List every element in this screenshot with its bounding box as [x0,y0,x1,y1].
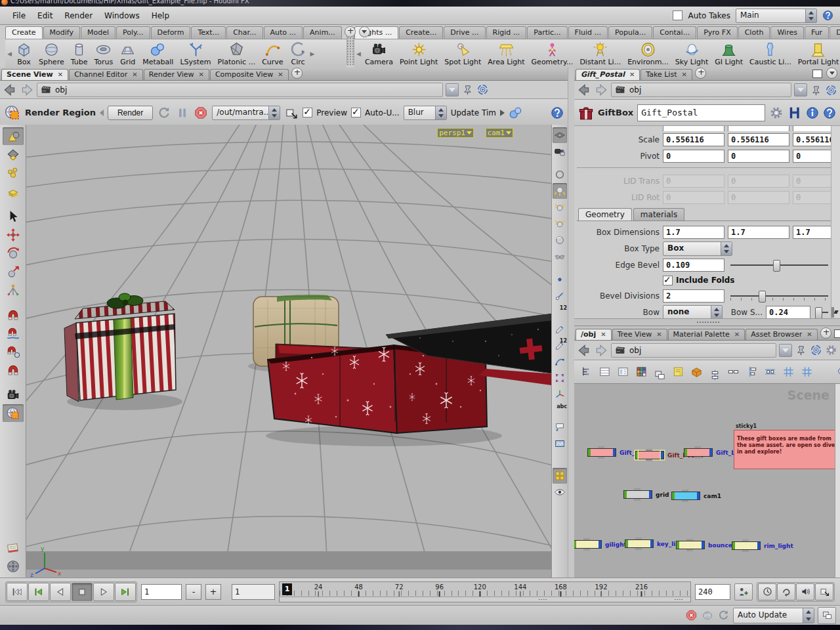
annotation-icon[interactable] [553,419,567,435]
tab-close-icon[interactable] [807,331,812,338]
node-body[interactable] [687,448,709,457]
pane-tab[interactable]: Tree View [612,329,667,340]
shelf-tab[interactable]: Poly... [116,26,150,39]
zoom-network-icon[interactable] [834,364,840,380]
shelf-tab[interactable]: Contai... [653,26,696,39]
color-palette-icon[interactable] [633,364,649,380]
shelf-tab[interactable]: Drive ... [444,26,485,39]
shelf-tool[interactable]: Point Light [396,41,441,66]
sticky-note-icon[interactable] [670,364,686,380]
shelf-tab[interactable]: Create... [399,26,443,39]
prim-hulls-icon[interactable] [553,354,567,369]
shelf-tool[interactable]: Sphere [35,41,68,66]
render-target-dropdown[interactable]: /out/mantra... [212,106,280,120]
interrupt-icon[interactable] [685,609,698,621]
persp-view-label[interactable]: persp1 [437,128,474,138]
memory-icon[interactable] [701,609,714,622]
shelf-tool[interactable]: Circ [287,41,310,66]
list-mode-icon[interactable] [597,364,612,380]
new-pane-tab-icon[interactable] [695,68,706,79]
point-normals-icon[interactable] [553,321,567,337]
audio-button[interactable] [796,583,814,600]
pane-tab[interactable]: Gift_Postal [576,69,640,80]
view-fit-icon[interactable] [553,370,567,386]
end-frame-field[interactable]: 240 [695,584,730,600]
node-output-flag[interactable] [709,448,713,457]
node-body[interactable] [639,451,661,459]
shelf-tab[interactable]: Wires [770,26,803,39]
auto-takes-checkbox[interactable] [673,10,682,20]
shelf-tab[interactable]: Model [81,26,116,39]
shelf-tab[interactable]: Cloth [738,26,770,39]
gear-icon[interactable] [769,106,784,120]
node-output-flag[interactable] [702,541,705,549]
visualizers-icon[interactable] [553,484,567,500]
box-dim-x-field[interactable]: 1.7 [663,226,724,239]
current-frame-field[interactable]: 1 [141,584,182,600]
snap-nodes-icon[interactable] [780,364,796,380]
current-frame-marker[interactable]: 1 [282,583,292,595]
forward-icon[interactable] [594,83,608,97]
menu-item[interactable]: Help [146,9,175,22]
shelf-tab[interactable]: Create [5,26,43,39]
help-icon[interactable] [823,106,836,119]
forward-icon[interactable] [20,83,34,97]
shelf-tab[interactable]: Fur [805,26,829,39]
snap-point-icon[interactable] [3,343,24,360]
auto-update-checkbox[interactable] [351,108,361,117]
shelf-tool[interactable]: Distant Li... [576,41,624,66]
node-body[interactable] [591,448,613,457]
param-subtab[interactable]: Geometry [578,208,632,220]
shelf-tool[interactable]: Grid [116,41,139,66]
new-pane-tab-icon[interactable] [820,327,831,339]
tab-close-icon[interactable] [600,331,606,338]
maximize-pane-icon[interactable] [834,329,840,338]
frame-increment-button[interactable]: + [205,584,221,600]
expand-icon[interactable] [500,110,505,116]
pane-tab[interactable]: Channel Editor [69,69,143,80]
subnet-windows-icon[interactable] [652,368,667,383]
no-lighting-icon[interactable] [553,167,567,182]
prev-keyframe-button[interactable] [28,583,49,601]
shelf-tab[interactable]: Partic... [527,26,567,39]
camera-lock-icon[interactable] [553,144,567,159]
update-mode-dropdown[interactable]: Auto Update [733,608,814,623]
shelf-tab[interactable]: Fluid ... [568,26,608,39]
shelf-tool[interactable]: GI Light [711,41,746,66]
cam-view-label[interactable]: cam1 [486,128,514,138]
parms-panel-icon[interactable] [615,364,631,380]
set-keyframe-button[interactable] [734,583,753,600]
select-dynamics-icon[interactable] [3,164,24,182]
scroll-handle[interactable] [538,598,547,600]
shelf-tab[interactable]: Pyro FX [697,26,738,39]
scale-icon[interactable] [3,262,24,280]
pane-tab[interactable]: /obj [576,329,612,340]
shelf-tab[interactable]: Anim... [303,26,342,39]
play-reverse-button[interactable] [50,583,71,601]
hq-lighting-icon[interactable] [553,216,567,232]
stop-render-icon[interactable] [194,106,208,120]
tab-close-icon[interactable] [656,331,662,338]
bow-dropdown[interactable]: none [663,305,723,319]
maximize-pane-icon[interactable] [812,70,822,78]
network-node[interactable]: grid [623,490,669,499]
path-dropdown-icon[interactable] [446,83,459,96]
shelf-tool[interactable]: Metaball [139,41,177,66]
menu-item[interactable]: Render [58,9,98,22]
construction-plane-icon[interactable] [553,127,567,143]
node-output-flag[interactable] [661,451,664,459]
node-output-flag[interactable] [649,490,652,499]
shelf-tool[interactable]: Portal Light [795,41,840,66]
shelf-tab[interactable]: Char... [226,26,262,39]
pin-icon[interactable] [795,344,807,356]
play-button[interactable] [93,583,114,601]
pane-splitter[interactable] [574,318,840,326]
refresh-icon[interactable] [157,106,171,120]
shelf-tool[interactable]: Tube [68,41,91,66]
shelf-tool[interactable]: Area Light [484,41,528,66]
pane-tab[interactable]: Scene View [1,69,68,80]
stereo-glasses-icon[interactable] [553,249,567,264]
scroll-down-icon[interactable] [833,307,834,318]
node-body[interactable] [735,541,757,550]
add-shelf-tab-icon[interactable] [345,26,356,37]
